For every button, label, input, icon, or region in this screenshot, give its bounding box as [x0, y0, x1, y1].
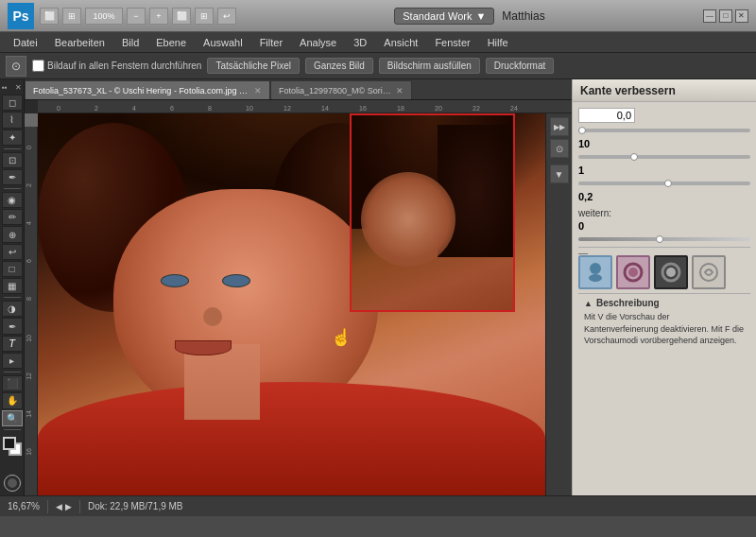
menu-bearbeiten[interactable]: Bearbeiten — [47, 35, 112, 50]
photo-shirt — [38, 382, 545, 495]
tab-2-close[interactable]: ✕ — [396, 86, 404, 95]
beschreibung-arrow[interactable]: ▲ — [584, 299, 593, 308]
slider-track-5[interactable] — [578, 237, 750, 241]
checkbox-all-windows[interactable] — [32, 60, 44, 72]
btn-actual-pixels[interactable]: Tatsächliche Pixel — [207, 58, 299, 74]
tool-zoom[interactable]: 🔍 — [2, 410, 23, 426]
ruler-tick-18: 18 — [397, 105, 404, 112]
panel-expand-btn-1[interactable]: ▶▶ — [550, 117, 569, 136]
tool-separator-2 — [4, 188, 21, 189]
slider-thumb-3[interactable] — [664, 180, 672, 187]
kante-verbessern-panel: Kante verbessern 10 — [572, 79, 756, 495]
menu-datei[interactable]: Datei — [6, 35, 45, 50]
tool-history-brush[interactable]: ↩ — [2, 244, 23, 260]
maximize-button[interactable]: □ — [719, 9, 732, 23]
photo-eye-left — [161, 274, 189, 287]
btn-print-format[interactable]: Druckformat — [486, 58, 554, 74]
menu-analyse[interactable]: Analyse — [292, 35, 344, 50]
zoom-controls[interactable]: ◀ ▶ — [56, 502, 72, 511]
workspace-button[interactable]: Standard Work ▼ — [394, 8, 494, 25]
tool-lasso[interactable]: ⌇ — [2, 112, 23, 128]
tab-1[interactable]: Fotolia_537673_XL - © Uschi Hering - Fot… — [25, 80, 270, 99]
ruler-v-tick-12: 12 — [26, 372, 32, 380]
toolbar-toggle-1[interactable]: ⬜ — [40, 8, 59, 25]
tab-2[interactable]: Fotolia_12997800_M© Sorin Popa - Fot ✕ — [270, 80, 412, 99]
rotate-icon[interactable]: ↩ — [217, 8, 236, 25]
zoom-arrow-left[interactable]: ◀ — [56, 502, 62, 511]
tool-path-select[interactable]: ▸ — [2, 353, 23, 369]
menu-hilfe[interactable]: Hilfe — [480, 35, 516, 50]
tool-text[interactable]: T — [2, 336, 23, 352]
mode-icon-3[interactable] — [654, 255, 688, 289]
toolbar-toggle-2[interactable]: ⊞ — [62, 8, 81, 25]
color-swatch-container — [3, 437, 22, 451]
tool-gradient[interactable]: ▦ — [2, 278, 23, 294]
canvas-image-area[interactable]: ☝ — [38, 113, 545, 495]
panel-value-3: 1 — [578, 165, 584, 176]
grid-icon[interactable]: ⊞ — [195, 8, 214, 25]
minimize-button[interactable]: — — [703, 9, 716, 23]
quick-mask-icon[interactable] — [4, 475, 21, 492]
ruler-tick-16: 16 — [359, 105, 367, 112]
svg-point-3 — [628, 268, 638, 277]
tool-crop[interactable]: ⊡ — [2, 152, 23, 168]
menu-ebene[interactable]: Ebene — [148, 35, 194, 50]
ruler-v-tick-4: 4 — [26, 221, 32, 225]
slider-track-2[interactable] — [578, 155, 750, 159]
mode-icon-1[interactable] — [578, 255, 612, 289]
checkbox-label[interactable]: Bildauf in allen Fenstern durchführen — [32, 60, 201, 72]
ruler-tick-6: 6 — [170, 105, 174, 112]
toolbar-header: ▪▪ — [2, 83, 8, 92]
svg-point-1 — [589, 274, 602, 282]
slider-track-3[interactable] — [578, 182, 750, 185]
view-icon[interactable]: ⬜ — [172, 8, 191, 25]
tool-magic-wand[interactable]: ✦ — [2, 130, 23, 146]
photo-eye-right — [222, 274, 250, 287]
tab-1-close[interactable]: ✕ — [254, 86, 262, 95]
tool-mode-icon[interactable]: ⊙ — [6, 56, 26, 77]
slider-thumb-1[interactable] — [578, 127, 586, 134]
menu-filter[interactable]: Filter — [252, 35, 290, 50]
close-button[interactable]: ✕ — [735, 9, 748, 23]
title-bar-left: Ps ⬜ ⊞ 100% − + ⬜ ⊞ ↩ — [8, 3, 236, 29]
btn-fill-screen[interactable]: Bildschirm ausfüllen — [379, 58, 480, 74]
btn-fit-image[interactable]: Ganzes Bild — [305, 58, 373, 74]
slider-thumb-2[interactable] — [630, 153, 638, 161]
menu-ansicht[interactable]: Ansicht — [376, 35, 425, 50]
tool-brush[interactable]: ✏ — [2, 209, 23, 225]
tool-spot-heal[interactable]: ◉ — [2, 192, 23, 208]
zoom-in-icon[interactable]: + — [149, 8, 168, 25]
tool-eyedropper[interactable]: ✒ — [2, 169, 23, 185]
mode-icon-4[interactable] — [692, 255, 726, 289]
tool-stamp[interactable]: ⊕ — [2, 226, 23, 242]
tool-eraser[interactable]: □ — [2, 261, 23, 277]
slider-thumb-5[interactable] — [656, 235, 663, 243]
tool-dodge[interactable]: ◑ — [2, 301, 23, 317]
slider-container-3 — [578, 182, 750, 185]
zoom-arrow-right[interactable]: ▶ — [65, 502, 72, 511]
tool-hand[interactable]: ✋ — [2, 392, 23, 408]
tool-separator-5 — [4, 429, 21, 430]
panel-expand-btn-2[interactable]: ⊙ — [550, 139, 569, 158]
panel-input-1[interactable] — [578, 108, 635, 123]
foreground-color-swatch[interactable] — [3, 437, 16, 450]
menu-bild[interactable]: Bild — [114, 35, 146, 50]
toolbar-close-icon[interactable]: ✕ — [15, 83, 22, 92]
tool-rect-shape[interactable]: ⬛ — [2, 375, 23, 391]
tool-pen[interactable]: ✒ — [2, 318, 23, 334]
panel-row-2: 10 — [578, 138, 750, 149]
beschreibung-section: ▲ Beschreibung Mit V die Vorschau der Ka… — [578, 293, 750, 351]
mode-icon-2[interactable] — [616, 255, 650, 289]
title-bar: Ps ⬜ ⊞ 100% − + ⬜ ⊞ ↩ Standard Work ▼ Ma… — [0, 0, 756, 32]
slider-track-1[interactable] — [578, 129, 750, 132]
canvas-main[interactable]: 0 2 4 6 8 10 12 14 16 — [25, 113, 572, 495]
menu-3d[interactable]: 3D — [346, 35, 374, 50]
menu-auswahl[interactable]: Auswahl — [196, 35, 250, 50]
menu-fenster[interactable]: Fenster — [427, 35, 477, 50]
zoom-out-icon[interactable]: − — [127, 8, 146, 25]
panel-row-5: 0 — [578, 220, 750, 232]
status-separator-1 — [47, 500, 48, 513]
ruler-v-tick-2: 2 — [26, 183, 32, 187]
panel-expand-btn-3[interactable]: ▼ — [550, 165, 569, 183]
tool-selection-rect[interactable]: ◻ — [2, 95, 23, 111]
